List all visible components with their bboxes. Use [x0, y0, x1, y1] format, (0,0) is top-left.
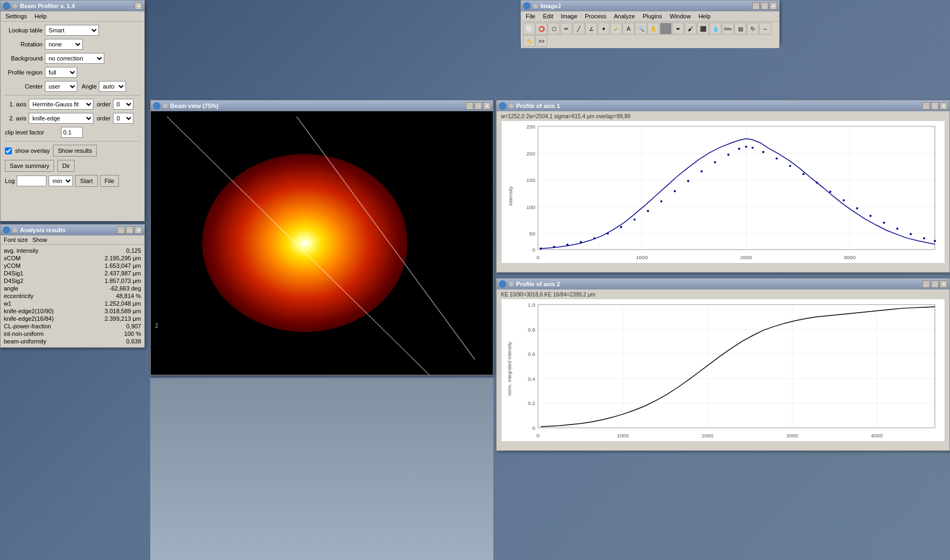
pa1-btn[interactable]	[509, 103, 514, 109]
ij-menu-window[interactable]: Window	[668, 12, 692, 20]
ar-min-btn[interactable]	[12, 227, 18, 233]
ij-tool-hand[interactable]: ✋	[647, 23, 659, 35]
results-row: xCOM2.195,295 μm	[4, 254, 141, 262]
bv-close-ctrl[interactable]: ✕	[483, 102, 491, 110]
results-row: w11.252,048 μm	[4, 300, 141, 307]
ij-tool-point[interactable]: ✦	[598, 23, 610, 35]
ij-tool-angle[interactable]: ∠	[585, 23, 597, 35]
angle-select[interactable]: auto	[99, 81, 126, 92]
clip-level-row: clip level factor	[5, 127, 140, 138]
svg-text:Pos., μm: Pos., μm	[726, 440, 747, 442]
pa2-min-ctrl[interactable]: _	[922, 280, 930, 288]
axis1-order-select[interactable]: 0	[113, 99, 133, 110]
lookup-table-select[interactable]: Smart	[45, 25, 99, 36]
axis1-fit-select[interactable]: Hermite-Gauss fit	[29, 99, 93, 110]
ij-tool-zoom[interactable]: 🔍	[635, 23, 647, 35]
menu-settings[interactable]: Settings	[4, 12, 29, 20]
pa1-max-ctrl[interactable]: □	[931, 102, 939, 110]
svg-point-27	[553, 246, 555, 248]
svg-text:250: 250	[526, 124, 536, 130]
ij-tool-free[interactable]: ✏	[560, 23, 572, 35]
ij-tool-flip[interactable]: ↔	[759, 23, 771, 35]
profile-region-select[interactable]: full	[45, 67, 77, 78]
menu-font-size[interactable]: Font size	[4, 237, 28, 243]
log-min-select[interactable]: min	[49, 176, 73, 186]
pa2-close-ctrl[interactable]: ✕	[940, 280, 947, 288]
ij-tool-dev[interactable]: Dev	[722, 23, 734, 35]
svg-point-31	[607, 232, 609, 234]
ij-close-ctrl[interactable]: ✕	[770, 2, 777, 10]
imagej-window: ImageJ _ □ ✕ File Edit Image Process Ana…	[520, 0, 780, 43]
svg-text:0: 0	[537, 254, 540, 260]
ij-tool-poly[interactable]: ⬡	[548, 23, 560, 35]
svg-point-49	[829, 191, 832, 193]
ij-menu-analyze[interactable]: Analyze	[612, 12, 637, 20]
titlebar-close-btn[interactable]: ✕	[135, 2, 142, 10]
titlebar-min-btn[interactable]	[12, 3, 18, 9]
ij-menu-process[interactable]: Process	[583, 12, 608, 20]
ij-menu-help[interactable]: Help	[697, 12, 712, 20]
axis1-row: 1. axis Hermite-Gauss fit order 0	[5, 99, 140, 110]
ij-menu-file[interactable]: File	[524, 12, 537, 20]
ij-menu-plugins[interactable]: Plugins	[641, 12, 664, 20]
log-input[interactable]	[17, 176, 46, 186]
show-results-button[interactable]: Show results	[53, 145, 97, 157]
ar-min-ctrl[interactable]: _	[117, 226, 125, 234]
ij-tool-eraser[interactable]: ⬛	[697, 23, 709, 35]
axis1-label: 1. axis	[5, 101, 26, 107]
pa2-icon	[499, 280, 506, 288]
center-select[interactable]: user	[45, 81, 77, 92]
beam-profiler-title: Beam Profiler v. 1.4	[20, 3, 75, 9]
menu-show[interactable]: Show	[32, 237, 48, 243]
ij-max-ctrl[interactable]: □	[761, 2, 768, 10]
pa1-close-ctrl[interactable]: ✕	[940, 102, 947, 110]
ij-tool-pencil[interactable]: ✒	[672, 23, 684, 35]
background-select[interactable]: no correction	[45, 53, 104, 64]
ij-tool-rotate[interactable]: ↻	[747, 23, 759, 35]
ij-tool-more[interactable]: >>	[536, 35, 547, 47]
beam-profiler-menubar: Settings Help	[1, 11, 144, 22]
ar-close-ctrl[interactable]: ✕	[135, 226, 142, 234]
start-button[interactable]: Start	[75, 175, 97, 187]
file-button[interactable]: File	[100, 175, 119, 187]
ij-min-ctrl[interactable]: _	[752, 2, 760, 10]
svg-text:3000: 3000	[844, 254, 856, 260]
pa1-min-ctrl[interactable]: _	[922, 102, 930, 110]
bv-btn[interactable]	[163, 103, 168, 109]
bv-max-ctrl[interactable]: □	[474, 102, 482, 110]
axis2-order-label: order	[97, 115, 111, 122]
clip-level-input[interactable]	[61, 127, 83, 138]
result-key: beam-uniformity	[4, 338, 79, 345]
ij-tool-rect[interactable]: ⬜	[523, 23, 535, 35]
ij-tool-oval[interactable]: ⭕	[536, 23, 547, 35]
result-key: knife-edge2(16/84)	[4, 315, 79, 322]
pa2-btn[interactable]	[509, 281, 514, 287]
results-row: knife-edge2(16/84)2.399,213 μm	[4, 315, 141, 322]
svg-text:150: 150	[526, 177, 536, 183]
rotation-select[interactable]: none	[45, 39, 83, 50]
show-overlay-checkbox[interactable]	[5, 147, 12, 154]
axis2-fit-select[interactable]: knife-edge	[29, 113, 93, 124]
ij-tool-measure[interactable]: 📏	[523, 35, 535, 47]
svg-text:0: 0	[532, 425, 536, 431]
ij-tool-line[interactable]: ╱	[573, 23, 585, 35]
ij-menu-image[interactable]: Image	[559, 12, 579, 20]
ij-btn[interactable]	[533, 3, 538, 9]
results-row: int-non-uniform100 %	[4, 330, 141, 338]
ij-tool-picker[interactable]: 💧	[710, 23, 721, 35]
ij-tool-text[interactable]: A	[623, 23, 634, 35]
ij-tool-color[interactable]	[660, 23, 672, 35]
ar-max-ctrl[interactable]: □	[126, 226, 133, 234]
bv-min-ctrl[interactable]: _	[466, 102, 473, 110]
svg-point-39	[714, 161, 716, 163]
ij-tool-brush[interactable]: 🖌	[685, 23, 697, 35]
pa2-max-ctrl[interactable]: □	[931, 280, 939, 288]
ij-tool-thresh[interactable]: ▤	[734, 23, 746, 35]
ij-tool-wand[interactable]: 🪄	[610, 23, 622, 35]
axis2-order-select[interactable]: 0	[113, 113, 133, 124]
dir-button[interactable]: Dir	[57, 160, 75, 172]
results-row: knife-edge2(10/90)3.018,589 μm	[4, 307, 141, 315]
ij-menu-edit[interactable]: Edit	[541, 12, 555, 20]
save-summary-button[interactable]: Save summary	[5, 160, 54, 172]
menu-help[interactable]: Help	[33, 12, 49, 20]
